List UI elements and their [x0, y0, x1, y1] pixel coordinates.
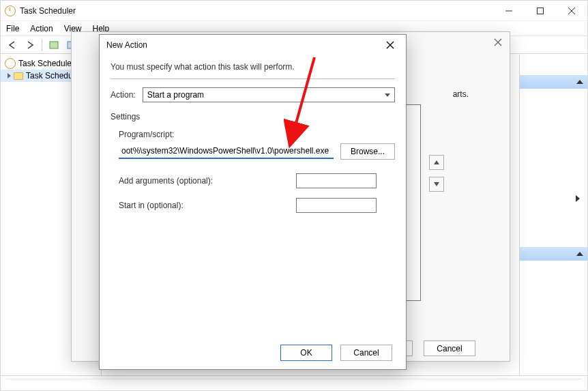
arrow-right-icon — [25, 40, 35, 50]
back-button[interactable] — [5, 38, 20, 53]
new-action-dialog: New Action You must specify what action … — [99, 34, 407, 370]
actions-header-1[interactable] — [520, 75, 587, 89]
browse-button[interactable]: Browse... — [340, 143, 395, 160]
settings-group-label: Settings — [111, 112, 395, 121]
arguments-label: Add arguments (optional): — [119, 176, 296, 186]
action-combobox[interactable]: Start a program — [143, 87, 395, 102]
minimize-button[interactable] — [493, 1, 525, 20]
toolbar-separator — [42, 39, 42, 51]
chevron-down-icon — [385, 93, 390, 97]
statusbar — [1, 375, 587, 390]
arguments-input[interactable] — [296, 173, 377, 188]
actions-pane — [519, 55, 587, 375]
minimize-icon — [505, 7, 513, 15]
back-dialog-cancel-button[interactable]: Cancel — [424, 341, 475, 356]
menu-file[interactable]: File — [6, 24, 19, 33]
back-dialog-partial-text: arts. — [453, 89, 469, 99]
triangle-up-icon — [433, 159, 440, 166]
ok-button[interactable]: OK — [280, 345, 332, 361]
dialog-instruction: You must specify what action this task w… — [111, 59, 395, 78]
action-label: Action: — [111, 90, 136, 100]
chevron-right-icon[interactable] — [576, 195, 580, 202]
forward-button[interactable] — [23, 38, 38, 53]
triangle-up-icon — [576, 252, 583, 256]
back-dialog-cancel-label: Cancel — [437, 344, 462, 353]
action-combobox-value: Start a program — [147, 90, 204, 100]
program-script-input[interactable] — [119, 144, 334, 159]
close-button[interactable] — [556, 1, 587, 20]
svg-rect-1 — [538, 8, 544, 14]
start-in-label: Start in (optional): — [119, 201, 296, 210]
svg-rect-4 — [50, 42, 58, 48]
close-icon — [494, 38, 502, 46]
svg-marker-11 — [434, 182, 439, 186]
start-in-input[interactable] — [296, 198, 377, 213]
triangle-up-icon — [576, 80, 583, 84]
close-icon — [386, 41, 394, 49]
svg-marker-10 — [434, 160, 439, 164]
dialog-titlebar: New Action — [100, 35, 406, 55]
spin-up-button[interactable] — [429, 155, 444, 170]
action-row: Action: Start a program — [111, 87, 395, 102]
back-dialog-close-button[interactable] — [492, 36, 504, 48]
folder-icon — [14, 72, 23, 80]
dialog-close-button[interactable] — [379, 38, 402, 53]
chevron-right-icon — [8, 73, 11, 78]
dialog-footer: OK Cancel — [100, 336, 406, 369]
app-title: Task Scheduler — [20, 6, 76, 16]
menu-action[interactable]: Action — [30, 24, 53, 33]
program-script-label: Program/script: — [119, 130, 395, 139]
maximize-button[interactable] — [525, 1, 556, 20]
titlebar: Task Scheduler — [1, 1, 587, 21]
window-controls — [493, 1, 587, 20]
maximize-icon — [536, 7, 544, 15]
spin-down-button[interactable] — [429, 177, 444, 192]
actions-header-2[interactable] — [520, 247, 587, 261]
arrow-left-icon — [8, 40, 17, 50]
triangle-down-icon — [433, 181, 440, 188]
clock-icon — [5, 5, 16, 16]
dialog-title: New Action — [106, 40, 147, 50]
cancel-button[interactable]: Cancel — [340, 345, 392, 361]
clock-icon — [5, 58, 16, 69]
start-in-row: Start in (optional): — [119, 198, 395, 213]
program-script-row: Browse... — [119, 143, 395, 160]
toolbar-btn-1[interactable] — [46, 38, 61, 53]
divider — [111, 78, 395, 79]
close-icon — [568, 7, 576, 15]
dialog-body: You must specify what action this task w… — [100, 55, 406, 336]
arguments-row: Add arguments (optional): — [119, 173, 395, 188]
panel-icon — [49, 40, 59, 50]
